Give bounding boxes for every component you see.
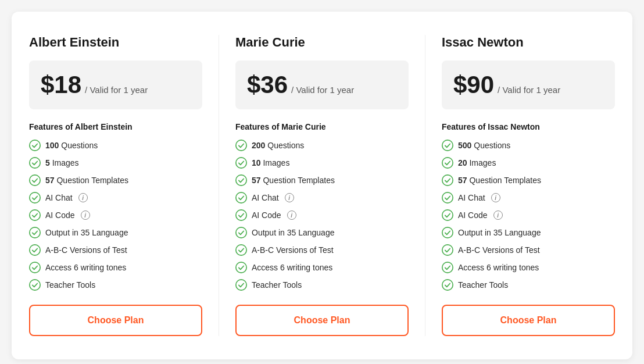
check-icon [235,157,247,169]
plan-name-albert-einstein: Albert Einstein [29,35,202,50]
plan-name-issac-newton: Issac Newton [442,35,615,50]
check-icon [235,244,247,256]
check-icon [442,192,453,204]
svg-point-2 [30,175,40,185]
feature-text: 57 Question Templates [45,176,128,185]
check-icon [442,209,453,221]
plan-divider [425,35,425,336]
info-icon[interactable]: i [491,193,500,202]
info-icon[interactable]: i [493,210,503,220]
feature-text: AI Chat [252,193,279,202]
feature-text: Access 6 writing tones [45,263,126,272]
list-item: 57 Question Templates [29,174,202,186]
check-icon [442,140,453,151]
info-icon[interactable]: i [285,193,294,202]
features-title-albert-einstein: Features of Albert Einstein [29,122,202,131]
feature-text: 500 Questions [458,141,510,150]
choose-plan-button-albert-einstein[interactable]: Choose Plan [29,305,202,336]
list-item: 500 Questions [442,140,615,151]
price-box-marie-curie: $36/ Valid for 1 year [235,60,409,109]
feature-text: Output in 35 Language [45,228,128,237]
check-icon [235,140,247,151]
feature-text: 5 Images [45,158,79,167]
plan-card-issac-newton: Issac Newton$90/ Valid for 1 yearFeature… [442,35,615,336]
features-list-marie-curie: 200 Questions 10 Images 57 Question Temp… [235,140,409,291]
list-item: Access 6 writing tones [29,262,202,273]
check-icon [235,279,247,291]
list-item: A-B-C Versions of Test [442,244,615,256]
svg-point-18 [442,140,453,151]
feature-text: 10 Images [252,158,289,167]
svg-point-9 [236,140,246,151]
feature-text: Output in 35 Language [252,228,334,237]
list-item: 100 Questions [29,140,202,151]
features-title-issac-newton: Features of Issac Newton [442,122,615,131]
svg-point-14 [236,227,246,238]
svg-point-21 [442,192,453,203]
check-icon [235,192,247,204]
price-amount-issac-newton: $90 [453,71,494,99]
list-item: Teacher Tools [235,279,409,291]
features-list-issac-newton: 500 Questions 20 Images 57 Question Temp… [442,140,615,291]
check-icon [235,262,247,273]
svg-point-23 [442,227,453,238]
list-item: A-B-C Versions of Test [29,244,202,256]
check-icon [29,262,41,273]
price-validity-issac-newton: / Valid for 1 year [498,85,560,95]
plan-name-marie-curie: Marie Curie [235,35,409,50]
price-validity-marie-curie: / Valid for 1 year [291,85,354,95]
info-icon[interactable]: i [78,193,88,202]
feature-text: 200 Questions [252,141,304,150]
list-item: AI Codei [235,209,409,221]
list-item: Teacher Tools [442,279,615,291]
plan-card-marie-curie: Marie Curie$36/ Valid for 1 yearFeatures… [235,35,409,336]
check-icon [29,279,41,291]
feature-text: AI Code [252,210,281,220]
check-icon [235,227,247,238]
list-item: AI Chati [442,192,615,204]
svg-point-20 [442,175,453,185]
svg-point-16 [236,262,246,273]
feature-text: AI Code [45,210,75,220]
check-icon [29,140,41,151]
feature-text: 57 Question Templates [252,176,335,185]
list-item: AI Codei [29,209,202,221]
check-icon [442,262,453,273]
feature-text: Teacher Tools [45,280,95,290]
svg-point-24 [442,245,453,255]
check-icon [29,157,41,169]
feature-text: 57 Question Templates [458,176,541,185]
check-icon [29,174,41,186]
list-item: 10 Images [235,157,409,169]
svg-point-8 [30,280,40,290]
svg-point-10 [236,158,246,168]
feature-text: Access 6 writing tones [252,263,332,272]
info-icon[interactable]: i [287,210,296,220]
list-item: AI Chati [235,192,409,204]
check-icon [442,279,453,291]
list-item: Access 6 writing tones [442,262,615,273]
check-icon [29,227,41,238]
choose-plan-button-marie-curie[interactable]: Choose Plan [235,305,409,336]
choose-plan-button-issac-newton[interactable]: Choose Plan [442,305,615,336]
info-icon[interactable]: i [81,210,90,220]
features-title-marie-curie: Features of Marie Curie [235,122,409,131]
svg-point-5 [30,227,40,238]
check-icon [442,244,453,256]
price-amount-marie-curie: $36 [247,71,288,99]
check-icon [29,192,41,204]
list-item: Output in 35 Language [442,227,615,238]
svg-point-0 [30,140,40,151]
svg-point-25 [442,262,453,273]
svg-point-22 [442,210,453,220]
list-item: 200 Questions [235,140,409,151]
price-box-albert-einstein: $18/ Valid for 1 year [29,60,202,109]
check-icon [235,174,247,186]
list-item: 5 Images [29,157,202,169]
svg-point-7 [30,262,40,273]
price-box-issac-newton: $90/ Valid for 1 year [442,60,615,109]
svg-point-19 [442,158,453,168]
feature-text: Access 6 writing tones [458,263,539,272]
list-item: 57 Question Templates [235,174,409,186]
list-item: AI Chati [29,192,202,204]
